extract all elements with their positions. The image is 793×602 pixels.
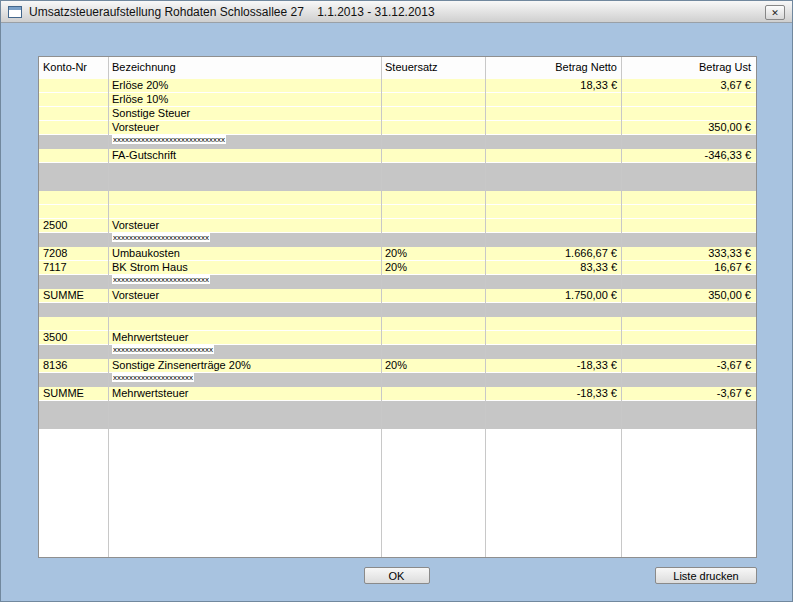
separator-row: xxxxxxxxxxxxxxxxxxxx	[39, 373, 756, 387]
cell-bezeichnung	[108, 191, 381, 204]
cell-konto	[39, 401, 108, 414]
cell-steuersatz	[381, 79, 485, 92]
cell-ust: 333,33 €	[621, 247, 756, 260]
table-row	[39, 163, 756, 177]
cell-konto	[39, 233, 108, 246]
cell-netto: 1.666,67 €	[485, 247, 621, 260]
cell-ust	[621, 373, 756, 386]
separator-row: xxxxxxxxxxxxxxxxxxxxxxxx	[39, 233, 756, 247]
cell-netto	[485, 205, 621, 218]
cell-ust	[621, 107, 756, 120]
cell-bezeichnung: xxxxxxxxxxxxxxxxxxxxxxxx	[108, 275, 381, 288]
separator-row: xxxxxxxxxxxxxxxxxxxxxxxxx	[39, 345, 756, 359]
ok-button[interactable]: OK	[364, 567, 430, 584]
cell-steuersatz	[381, 331, 485, 344]
cell-bezeichnung	[108, 401, 381, 414]
cell-ust: 3,67 €	[621, 79, 756, 92]
table-row: 7117BK Strom Haus20%83,33 €16,67 €	[39, 261, 756, 275]
cell-netto	[485, 93, 621, 106]
cell-bezeichnung: Sonstige Zinsenerträge 20%	[108, 359, 381, 372]
cell-netto	[485, 149, 621, 162]
table-row	[39, 401, 756, 415]
cell-bezeichnung: Mehrwertsteuer	[108, 331, 381, 344]
cell-konto: 2500	[39, 219, 108, 232]
cell-konto	[39, 373, 108, 386]
cell-bezeichnung: Erlöse 10%	[108, 93, 381, 106]
cell-netto	[485, 303, 621, 316]
cell-konto: 7208	[39, 247, 108, 260]
cell-steuersatz	[381, 289, 485, 302]
cell-steuersatz	[381, 233, 485, 246]
cell-ust	[621, 401, 756, 414]
cell-steuersatz	[381, 219, 485, 232]
close-icon: ✕	[771, 8, 779, 18]
table-row	[39, 191, 756, 205]
cell-steuersatz	[381, 401, 485, 414]
cell-bezeichnung	[108, 415, 381, 428]
cell-netto	[485, 177, 621, 190]
cell-steuersatz	[381, 387, 485, 400]
cell-konto	[39, 275, 108, 288]
table-row: SUMMEMehrwertsteuer-18,33 €-3,67 €	[39, 387, 756, 401]
cell-netto	[485, 373, 621, 386]
cell-steuersatz	[381, 107, 485, 120]
separator-row: xxxxxxxxxxxxxxxxxxxxxxxxxxxx	[39, 135, 756, 149]
cell-steuersatz	[381, 93, 485, 106]
table-row	[39, 317, 756, 331]
cell-konto	[39, 163, 108, 176]
window-title: Umsatzsteueraufstellung Rohdaten Schloss…	[29, 5, 435, 19]
cell-ust	[621, 93, 756, 106]
cell-netto	[485, 219, 621, 232]
cell-steuersatz	[381, 177, 485, 190]
cell-konto	[39, 317, 108, 330]
app-window: Umsatzsteueraufstellung Rohdaten Schloss…	[0, 0, 793, 602]
cell-ust	[621, 415, 756, 428]
table-row	[39, 177, 756, 191]
cell-netto	[485, 163, 621, 176]
cell-netto	[485, 121, 621, 134]
separator-x-marks: xxxxxxxxxxxxxxxxxxxxxxxxxxxx	[112, 135, 226, 144]
column-header-betrag-netto: Betrag Netto	[485, 57, 621, 79]
cell-konto	[39, 93, 108, 106]
cell-konto	[39, 79, 108, 92]
print-list-button[interactable]: Liste drucken	[655, 567, 757, 584]
cell-bezeichnung	[108, 205, 381, 218]
cell-bezeichnung	[108, 163, 381, 176]
cell-bezeichnung: xxxxxxxxxxxxxxxxxxxxxxxxx	[108, 345, 381, 358]
cell-bezeichnung: xxxxxxxxxxxxxxxxxxxxxxxxxxxx	[108, 135, 381, 148]
cell-ust	[621, 163, 756, 176]
cell-netto	[485, 345, 621, 358]
cell-ust	[621, 317, 756, 330]
cell-steuersatz	[381, 205, 485, 218]
cell-steuersatz	[381, 415, 485, 428]
cell-konto: 7117	[39, 261, 108, 274]
cell-ust	[621, 303, 756, 316]
cell-steuersatz	[381, 121, 485, 134]
table-row: SUMMEVorsteuer1.750,00 €350,00 €	[39, 289, 756, 303]
close-button[interactable]: ✕	[765, 5, 785, 20]
table-row: Vorsteuer350,00 €	[39, 121, 756, 135]
table-row: 7208Umbaukosten20%1.666,67 €333,33 €	[39, 247, 756, 261]
cell-ust	[621, 275, 756, 288]
table-row	[39, 415, 756, 429]
cell-ust: 16,67 €	[621, 261, 756, 274]
cell-netto	[485, 135, 621, 148]
report-table: Konto-Nr Bezeichnung Steuersatz Betrag N…	[38, 56, 757, 558]
cell-konto	[39, 303, 108, 316]
cell-netto	[485, 401, 621, 414]
cell-konto	[39, 177, 108, 190]
cell-ust	[621, 233, 756, 246]
separator-x-marks: xxxxxxxxxxxxxxxxxxxx	[112, 373, 194, 382]
cell-steuersatz	[381, 303, 485, 316]
cell-ust	[621, 345, 756, 358]
cell-netto	[485, 415, 621, 428]
table-row: FA-Gutschrift-346,33 €	[39, 149, 756, 163]
cell-konto	[39, 205, 108, 218]
separator-x-marks: xxxxxxxxxxxxxxxxxxxxxxxx	[112, 275, 210, 284]
cell-konto	[39, 191, 108, 204]
cell-steuersatz	[381, 191, 485, 204]
cell-steuersatz	[381, 317, 485, 330]
cell-konto	[39, 415, 108, 428]
cell-netto: -18,33 €	[485, 359, 621, 372]
column-header-konto-nr: Konto-Nr	[39, 57, 108, 79]
